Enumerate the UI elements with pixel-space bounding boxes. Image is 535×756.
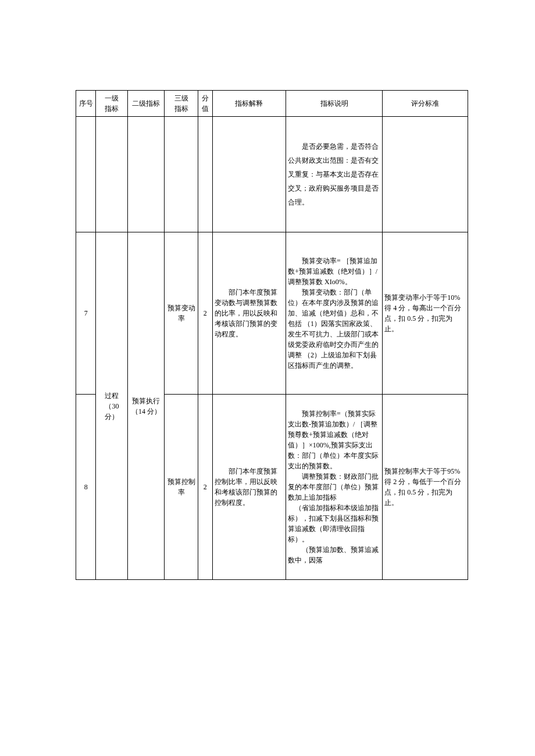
- cell-interp: [212, 117, 286, 232]
- cell-l3: 预算控制率: [165, 395, 198, 580]
- page: 序号 一级指标 二级指标 三级指标 分值 指标解释 指标说明 评分标准 是否必要…: [0, 0, 535, 756]
- table-row: 是否必要急需，是否符合公共财政支出范围：是否有交叉重复：与基本支出是否存在交叉；…: [76, 117, 468, 232]
- cell-l2: [128, 117, 165, 232]
- cell-no: 7: [76, 232, 96, 395]
- col-header-desc: 指标说明: [286, 91, 383, 117]
- cell-l1: 过程（30 分）: [96, 232, 128, 580]
- cell-score: [198, 117, 212, 232]
- col-header-interp: 指标解释: [212, 91, 286, 117]
- col-header-l3: 三级指标: [165, 91, 198, 117]
- cell-desc: 预算变动率= ［预算追加数+预算追减数（绝对值）］/调整预算数 XIo0%。 预…: [286, 232, 383, 395]
- col-header-l2: 二级指标: [128, 91, 165, 117]
- col-header-no: 序号: [76, 91, 96, 117]
- cell-desc: 预算控制率=（预算实际支出数-预算追加数）/ ［调整预尊数+预算追减数（绝对值）…: [286, 395, 383, 580]
- cell-l2: 预算执行（14 分）: [128, 232, 165, 580]
- cell-crit: [383, 117, 468, 232]
- col-header-l1: 一级指标: [96, 91, 128, 117]
- cell-no: 8: [76, 395, 96, 580]
- cell-l3: [165, 117, 198, 232]
- table-header-row: 序号 一级指标 二级指标 三级指标 分值 指标解释 指标说明 评分标准: [76, 91, 468, 117]
- cell-interp: 部门本年度预算控制比率，用以反映和考核该部门预算的控制程度。: [212, 395, 286, 580]
- cell-l1: [96, 117, 128, 232]
- table-row: 7 过程（30 分） 预算执行（14 分） 预算变动率 2 部门本年度预算变动数…: [76, 232, 468, 395]
- cell-interp: 部门本年度预算变动数与调整预算数的比率，用以反映和考核该部门预算的变动程度。: [212, 232, 286, 395]
- cell-crit: 预算变动率小于等于10%得 4 分，每高出一个百分点，扣 0.5 分，扣完为止。: [383, 232, 468, 395]
- cell-score: 2: [198, 232, 212, 395]
- cell-l3: 预算变动率: [165, 232, 198, 395]
- cell-score: 2: [198, 395, 212, 580]
- cell-crit: 预算控制率大于等于95%得 2 分，每低于一个百分点，扣 0.5 分，扣完为止。: [383, 395, 468, 580]
- cell-no: [76, 117, 96, 232]
- evaluation-table: 序号 一级指标 二级指标 三级指标 分值 指标解释 指标说明 评分标准 是否必要…: [76, 90, 468, 580]
- col-header-crit: 评分标准: [383, 91, 468, 117]
- col-header-score: 分值: [198, 91, 212, 117]
- cell-desc: 是否必要急需，是否符合公共财政支出范围：是否有交叉重复：与基本支出是否存在交叉；…: [286, 117, 383, 232]
